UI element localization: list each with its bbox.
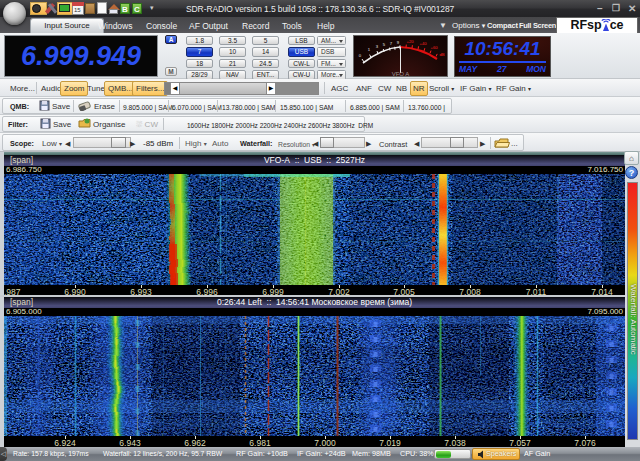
svg-text:1: 1 — [368, 47, 371, 52]
svg-text:+40: +40 — [419, 41, 427, 46]
svg-text:6.924: 6.924 — [54, 438, 76, 447]
svg-text:+60: +60 — [430, 45, 438, 50]
svg-text:dB: dB — [439, 52, 444, 57]
svg-text:0: 0 — [359, 53, 362, 58]
svg-text:7.038: 7.038 — [444, 438, 466, 447]
svg-text:9: 9 — [397, 40, 400, 45]
svg-text:7.000: 7.000 — [314, 438, 336, 447]
svg-text:6.981: 6.981 — [249, 438, 271, 447]
svg-text:7.076: 7.076 — [574, 438, 596, 447]
svg-text:6.962: 6.962 — [184, 438, 206, 447]
svg-text:VFO A: VFO A — [392, 71, 410, 77]
svg-text:7.019: 7.019 — [379, 438, 401, 447]
svg-text:7: 7 — [390, 41, 393, 46]
svg-text:5: 5 — [383, 42, 386, 47]
svg-text:+20: +20 — [406, 39, 414, 44]
svg-text:7.057: 7.057 — [509, 438, 531, 447]
svg-text:6.943: 6.943 — [119, 438, 141, 447]
svg-text:3: 3 — [376, 44, 379, 49]
